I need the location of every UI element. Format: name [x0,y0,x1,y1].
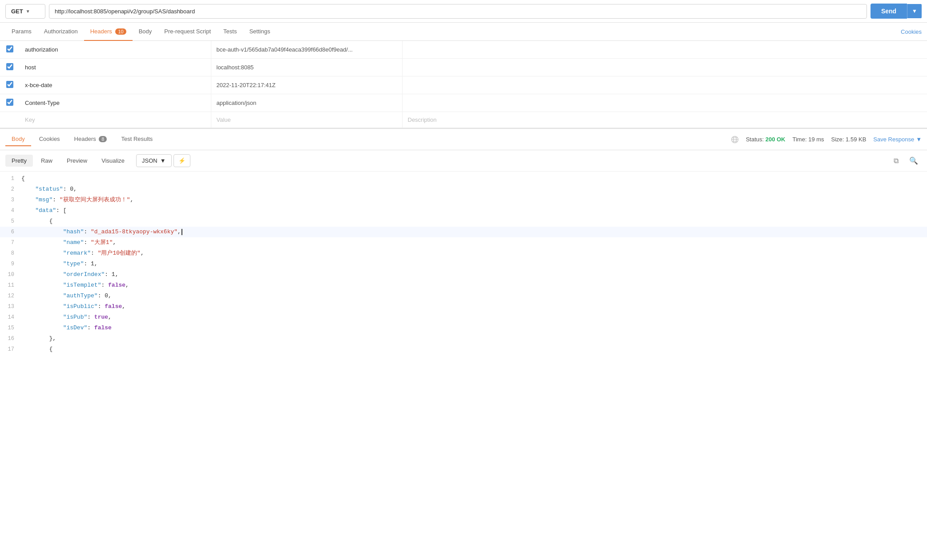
time-label: Time: 19 ms [793,136,824,143]
header-value-2: 2022-11-20T22:17:41Z [211,76,402,94]
response-tabs: Body Cookies Headers 8 Test Results Stat… [0,128,927,150]
header-checkbox-3[interactable] [6,99,13,106]
line-number: 16 [0,334,21,344]
size-value: 1.59 KB [846,136,866,143]
header-value-placeholder[interactable]: Value [211,112,402,128]
header-desc-2 [402,76,927,94]
json-view: 1 { 2 "status": 0, 3 "msg": "获取空间大屏列表成功！… [0,172,927,356]
line-content: "isPublic": false, [21,302,927,312]
header-desc-placeholder[interactable]: Description [402,112,927,128]
json-line-17: 17 { [0,344,927,355]
time-value: 19 ms [808,136,824,143]
status-value: 200 OK [766,136,786,143]
tab-authorization[interactable]: Authorization [38,23,84,41]
header-key-placeholder[interactable]: Key [20,112,211,128]
header-key-1: host [20,59,211,76]
line-number: 10 [0,270,21,280]
line-number: 4 [0,206,21,216]
resp-headers-badge: 8 [99,136,107,142]
method-chevron-icon: ▼ [26,9,30,14]
url-bar: GET ▼ Send ▼ [0,0,927,23]
line-number: 13 [0,302,21,312]
table-row: Content-Type application/json [0,94,927,112]
fmt-tab-pretty[interactable]: Pretty [5,155,33,167]
tab-pre-request-script[interactable]: Pre-request Script [158,23,217,41]
header-checkbox-2[interactable] [6,81,13,88]
status-bar: Status: 200 OK Time: 19 ms Size: 1.59 KB… [731,136,922,144]
line-number: 7 [0,238,21,248]
tab-headers[interactable]: Headers 10 [84,23,133,41]
line-number: 14 [0,312,21,322]
line-number: 3 [0,195,21,205]
globe-icon [731,136,739,144]
line-content: { [21,216,927,226]
status-label: Status: 200 OK [746,136,786,143]
json-format-label: JSON [142,157,157,164]
json-line-11: 11 "isTemplet": false, [0,280,927,291]
search-button[interactable]: 🔍 [906,154,922,168]
header-new-row: Key Value Description [0,112,927,128]
tab-tests[interactable]: Tests [217,23,243,41]
method-label: GET [11,8,23,15]
json-line-3: 3 "msg": "获取空间大屏列表成功！", [0,195,927,205]
send-button-group: Send ▼ [871,4,922,19]
line-number: 6 [0,227,21,237]
tab-settings[interactable]: Settings [243,23,276,41]
url-input[interactable] [49,4,867,19]
json-line-7: 7 "name": "大屏1", [0,237,927,248]
header-key-0: authorization [20,41,211,59]
save-response-button[interactable]: Save Response ▼ [873,136,922,143]
line-content: "name": "大屏1", [21,238,927,248]
header-checkbox-0[interactable] [6,45,13,52]
tab-body[interactable]: Body [133,23,158,41]
line-number: 11 [0,280,21,290]
header-value-1: localhost:8085 [211,59,402,76]
fmt-tab-visualize[interactable]: Visualize [95,155,131,167]
fmt-tab-preview[interactable]: Preview [60,155,93,167]
format-bar: Pretty Raw Preview Visualize JSON ▼ ⚡ ⧉ … [0,150,927,172]
line-content: "isTemplet": false, [21,280,927,290]
table-row: authorization bce-auth-v1/565dab7a049f4e… [0,41,927,59]
line-number: 8 [0,248,21,258]
header-value-3: application/json [211,94,402,112]
line-content: "data": [ [21,206,927,216]
line-content: "hash": "d_ada15-8tkyaopy-wkx6ky", [21,227,927,237]
resp-tab-headers[interactable]: Headers 8 [68,132,113,146]
line-content: "type": 1, [21,259,927,269]
fmt-tab-raw[interactable]: Raw [35,155,59,167]
line-number: 9 [0,259,21,269]
line-content: { [21,174,927,184]
resp-tab-test-results[interactable]: Test Results [115,132,159,146]
header-key-3: Content-Type [20,94,211,112]
filter-button[interactable]: ⚡ [173,154,190,167]
send-dropdown-button[interactable]: ▼ [907,4,922,18]
table-row: x-bce-date 2022-11-20T22:17:41Z [0,76,927,94]
header-desc-3 [402,94,927,112]
headers-badge: 10 [115,28,126,35]
json-line-14: 14 "isPub": true, [0,312,927,323]
resp-tab-body[interactable]: Body [5,132,31,146]
line-number: 12 [0,291,21,301]
filter-icon: ⚡ [178,157,185,164]
json-line-8: 8 "remark": "用户10创建的", [0,248,927,259]
json-line-16: 16 }, [0,333,927,344]
tab-params[interactable]: Params [5,23,38,41]
request-tabs: Params Authorization Headers 10 Body Pre… [0,23,927,41]
line-content: "authType": 0, [21,291,927,301]
cookies-link[interactable]: Cookies [901,28,922,35]
line-number: 1 [0,174,21,184]
send-button[interactable]: Send [871,4,907,19]
json-line-6: 6 "hash": "d_ada15-8tkyaopy-wkx6ky", [0,227,927,237]
header-desc-0 [402,41,927,59]
line-content: "isDev": false [21,323,927,333]
line-content: "status": 0, [21,184,927,194]
json-format-select[interactable]: JSON ▼ [136,154,172,167]
copy-button[interactable]: ⧉ [890,154,902,168]
line-number: 2 [0,184,21,194]
method-select[interactable]: GET ▼ [5,4,45,19]
resp-tab-cookies[interactable]: Cookies [33,132,66,146]
line-content: "isPub": true, [21,312,927,322]
save-response-label: Save Response [873,136,914,143]
header-checkbox-1[interactable] [6,63,13,70]
header-value-0: bce-auth-v1/565dab7a049f4eaca399f66d8e0f… [211,41,402,59]
